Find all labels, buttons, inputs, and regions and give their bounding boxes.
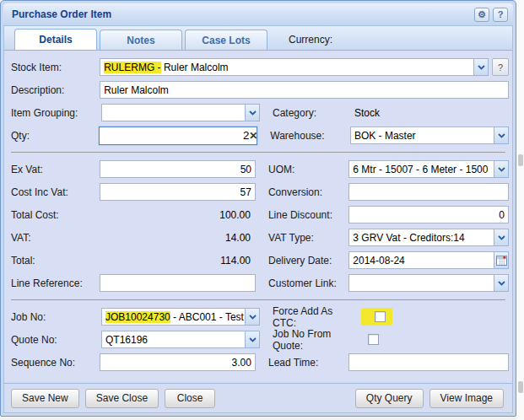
delivery-date-picker-button[interactable] (494, 251, 509, 269)
quote-no-input[interactable] (101, 331, 245, 348)
quote-no-combo[interactable] (101, 331, 260, 348)
item-grouping-input[interactable] (101, 104, 245, 121)
section-divider (11, 152, 505, 153)
qty-query-button[interactable]: Qty Query (355, 389, 424, 408)
stock-item-value[interactable]: RULERMG - Ruler Malcolm (100, 58, 473, 76)
uom-input[interactable] (348, 160, 494, 178)
quote-no-label: Quote No: (11, 334, 101, 346)
chevron-down-icon (249, 337, 257, 342)
footer-toolbar: Save New Save Close Close Qty Query View… (4, 383, 512, 412)
sequence-no-label: Sequence No: (11, 357, 100, 369)
vat-type-combo[interactable] (348, 229, 509, 246)
customer-link-label: Customer Link: (268, 277, 348, 289)
category-value: Stock (354, 107, 380, 119)
tab-details[interactable]: Details (14, 29, 97, 50)
item-grouping-label: Item Grouping: (11, 107, 101, 119)
scrollbar-mark (518, 381, 523, 393)
job-no-value[interactable]: JOB10024730 - ABC001 - Test (101, 308, 245, 326)
total-cost-label: Total Cost: (11, 209, 100, 221)
cost-inc-vat-label: Cost Inc Vat: (11, 186, 100, 198)
force-add-ctc-label: Force Add As CTC: (273, 305, 354, 329)
conversion-label: Conversion: (268, 186, 348, 198)
line-reference-label: Line Reference: (11, 277, 100, 289)
job-no-combo[interactable]: JOB10024730 - ABC001 - Test (101, 308, 260, 326)
stock-item-code-highlight: RULERMG - (104, 62, 160, 73)
vat-type-input[interactable] (348, 229, 494, 246)
sequence-no-input[interactable] (100, 353, 256, 371)
help-icon: ? (498, 9, 504, 19)
vat-type-trigger[interactable] (494, 229, 509, 246)
calendar-icon (496, 255, 507, 266)
line-discount-input[interactable] (348, 206, 509, 223)
total-value: 114.00 (100, 255, 256, 267)
quote-no-trigger[interactable] (245, 331, 260, 348)
gear-icon: ⚙ (478, 9, 486, 20)
window-titlebar: Purchase Order Item ⚙ ? (3, 3, 513, 25)
customer-link-combo[interactable] (348, 274, 509, 292)
view-image-button[interactable]: View Image (429, 389, 504, 408)
delivery-date-field[interactable] (348, 251, 509, 269)
gear-button[interactable]: ⚙ (474, 8, 489, 22)
warehouse-trigger[interactable] (494, 127, 509, 144)
chevron-down-icon (498, 133, 505, 138)
save-new-button[interactable]: Save New (11, 389, 79, 408)
qty-field[interactable]: ✕ (99, 127, 257, 145)
close-button[interactable]: Close (165, 389, 215, 408)
tab-notes-label: Notes (127, 35, 154, 46)
uom-trigger[interactable] (494, 160, 509, 178)
currency-label: Currency: (289, 34, 332, 46)
item-grouping-combo[interactable] (101, 104, 260, 121)
cost-inc-vat-input[interactable] (100, 183, 256, 201)
job-no-rest: - ABC001 - Test (170, 311, 244, 323)
page-scrollbar[interactable] (516, 0, 524, 420)
tab-case-lots[interactable]: Case Lots (185, 30, 267, 50)
warehouse-combo[interactable] (350, 127, 509, 144)
stock-item-help-button[interactable]: ? (492, 58, 509, 76)
job-no-label: Job No: (11, 311, 101, 323)
total-cost-value: 100.00 (100, 209, 256, 221)
delivery-date-input[interactable] (348, 251, 494, 269)
customer-link-input[interactable] (348, 274, 494, 292)
scrollbar-mark (518, 154, 523, 166)
section-divider (11, 299, 505, 300)
chevron-down-icon (498, 235, 505, 240)
chevron-down-icon (498, 167, 505, 172)
description-label: Description: (11, 84, 100, 96)
tab-notes[interactable]: Notes (100, 30, 182, 50)
help-button[interactable]: ? (493, 8, 508, 22)
chevron-down-icon (478, 65, 485, 70)
description-input[interactable] (100, 81, 509, 99)
qty-input[interactable] (100, 128, 249, 143)
customer-link-trigger[interactable] (494, 274, 509, 292)
tab-details-label: Details (39, 34, 72, 46)
save-close-button[interactable]: Save Close (85, 389, 159, 408)
window-title: Purchase Order Item (8, 8, 111, 20)
chevron-down-icon (498, 281, 505, 286)
uom-combo[interactable] (348, 160, 509, 178)
warehouse-label: Warehouse: (270, 130, 350, 142)
lead-time-input[interactable] (348, 353, 509, 371)
job-no-trigger[interactable] (245, 308, 260, 326)
question-icon: ? (498, 62, 503, 73)
tab-case-lots-label: Case Lots (202, 35, 250, 46)
qty-clear-icon[interactable]: ✕ (249, 130, 257, 142)
stock-item-trigger[interactable] (473, 58, 489, 76)
ex-vat-input[interactable] (100, 160, 256, 178)
job-no-from-quote-checkbox[interactable] (368, 334, 379, 345)
conversion-input[interactable] (348, 183, 509, 201)
force-add-ctc-highlight (361, 308, 392, 326)
delivery-date-label: Delivery Date: (268, 255, 348, 267)
item-grouping-trigger[interactable] (245, 104, 260, 121)
stock-item-label: Stock Item: (11, 62, 100, 73)
line-discount-label: Line Discount: (268, 209, 348, 221)
vat-label: VAT: (11, 232, 100, 244)
stock-item-combo[interactable]: RULERMG - Ruler Malcolm (100, 58, 489, 76)
total-label: Total: (11, 255, 100, 267)
uom-label: UOM: (268, 164, 348, 175)
line-reference-input[interactable] (100, 274, 256, 292)
force-add-ctc-checkbox[interactable] (375, 311, 386, 322)
stock-item-name: Ruler Malcolm (161, 62, 229, 73)
warehouse-input[interactable] (350, 127, 494, 144)
vat-value: 14.00 (100, 232, 256, 244)
vat-type-label: VAT Type: (268, 232, 348, 244)
